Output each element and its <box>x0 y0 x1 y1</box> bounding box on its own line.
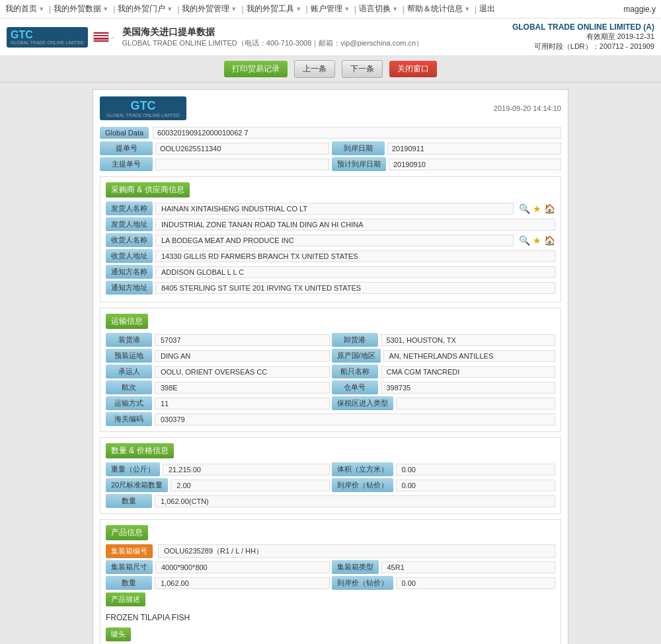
est-arrival-value: 20190910 <box>389 159 561 170</box>
next-button[interactable]: 下一条 <box>342 60 383 78</box>
carrier-value: OOLU, ORIENT OVERSEAS CC <box>155 366 330 378</box>
nav-sep6: ▾ <box>345 5 349 13</box>
origin-country-value: AN, NETHERLANDS ANTILLES <box>383 350 555 362</box>
toolbar-top: 打印贸易记录 上一条 下一条 关闭窗口 <box>0 56 661 83</box>
home-icon[interactable]: 🏠 <box>544 203 555 214</box>
weight-row: 重量（公斤） 21,215.00 <box>106 462 330 476</box>
voyage-label: 航次 <box>106 380 152 394</box>
nav-sep7: ▾ <box>393 5 397 13</box>
container-type-label: 集装箱类型 <box>332 560 379 574</box>
nav-account[interactable]: 账户管理 <box>311 3 342 15</box>
nav-sep: ▾ <box>40 5 44 13</box>
nav-sep8: ▾ <box>465 5 469 13</box>
containers-row: 20尺标准箱数量 2.00 <box>106 478 330 492</box>
nav-my-trade-data[interactable]: 我的外贸数据 <box>54 3 101 15</box>
shipper-icons: 🔍 ★ 🏠 <box>519 203 555 214</box>
product-price-value: 0.00 <box>396 577 556 589</box>
product-qty-value: 1,062.00 <box>155 577 330 589</box>
container-no-label: 集装箱编号 <box>106 544 153 558</box>
product-qty-row: 数量 1,062.00 <box>106 576 330 590</box>
container-size-row: 集装箱尺寸 4000*900*800 <box>106 560 330 574</box>
top-navigation: 我的首页 ▾ | 我的外贸数据 ▾ | 我的外贸门户 ▾ | 我的外贸管理 ▾ … <box>0 0 661 18</box>
bonded-label: 保税区进入类型 <box>332 396 393 410</box>
global-data-value: 600320190912000010062 7 <box>153 127 561 139</box>
shipper-name-row: 发货人名称 HAINAN XINTAISHENG INDUSTRIAL CO L… <box>106 201 555 215</box>
product-qty-label: 数量 <box>106 576 152 590</box>
carrier-row: 承运人 OOLU, ORIENT OVERSEAS CC <box>106 365 330 378</box>
header-middle: 美国海关进口提单数据 GLOBAL TRADE ONLINE LIMITED（电… <box>114 26 512 48</box>
notify-addr-row: 通知方地址 8405 STERLING ST SUITE 201 IRVING … <box>106 281 555 295</box>
consignee-star-icon[interactable]: ★ <box>533 235 541 246</box>
shipper-name-value: HAINAN XINTAISHENG INDUSTRIAL CO LT <box>155 203 514 215</box>
warehouse-value: 398735 <box>381 382 556 394</box>
notify-name-row: 通知方名称 ADDISON GLOBAL L L C <box>106 265 555 279</box>
shipper-addr-label: 发货人地址 <box>106 217 153 231</box>
product-desc-label: 产品描述 <box>106 592 145 606</box>
container-size-value: 4000*900*800 <box>155 561 330 573</box>
bill-row: 提单号 OOLU2625511340 到岸日期 20190911 <box>100 141 561 155</box>
consignee-name-value: LA BODEGA MEAT AND PRODUCE INC <box>155 234 514 246</box>
vessel-value: CMA CGM TANCREDI <box>381 366 556 378</box>
origin-country-label: 原产国/地区 <box>332 349 381 363</box>
warehouse-label: 仓单号 <box>332 380 378 394</box>
origin-port-row: 装货港 57037 <box>106 333 330 347</box>
close-button[interactable]: 关闭窗口 <box>389 61 437 77</box>
username: maggie.y <box>623 5 656 14</box>
product-section-label: 产品信息 <box>106 525 148 540</box>
nav-language[interactable]: 语言切换 <box>359 3 391 15</box>
containers-label: 20尺标准箱数量 <box>106 478 168 492</box>
containers-value: 2.00 <box>171 480 329 491</box>
nav-my-mgmt[interactable]: 我的外贸管理 <box>182 3 229 15</box>
consignee-home-icon[interactable]: 🏠 <box>544 235 555 246</box>
nav-logout[interactable]: 退出 <box>479 3 495 15</box>
vessel-label: 船只名称 <box>332 365 378 378</box>
marks-label: 唛头 <box>106 627 131 641</box>
nav-tools[interactable]: 我的外贸工具 <box>247 3 294 15</box>
us-flag <box>93 32 109 42</box>
shipper-addr-row: 发货人地址 INDUSTRIAL ZONE TANAN ROAD TALIN D… <box>106 217 555 231</box>
nav-my-portal[interactable]: 我的外贸门户 <box>118 3 165 15</box>
supplier-section: 采购商 & 供应商信息 发货人名称 HAINAN XINTAISHENG IND… <box>100 176 561 303</box>
qty-price-row: 到岸价（钻价） 0.00 <box>332 478 556 492</box>
nav-sep5: ▾ <box>297 5 301 13</box>
container-size-label: 集装箱尺寸 <box>106 560 153 574</box>
main-bill-row: 主提单号 预计到岸日期 20190910 <box>100 157 561 171</box>
page-title: 美国海关进口提单数据 <box>122 26 512 38</box>
product-desc-value: FROZEN TILAPIA FISH <box>106 610 555 625</box>
quantity-section-label: 数量 & 价格信息 <box>106 443 174 458</box>
consignee-name-row: 收货人名称 LA BODEGA MEAT AND PRODUCE INC 🔍 ★… <box>106 233 555 247</box>
volume-label: 体积（立方米） <box>332 462 393 476</box>
nav-home[interactable]: 我的首页 <box>5 3 37 15</box>
origin-port-label: 装货港 <box>106 333 152 347</box>
shipper-name-label: 发货人名称 <box>106 201 153 215</box>
container-no-value: OOLU6235289（R1 / L / HH） <box>158 544 555 558</box>
search-icon[interactable]: 🔍 <box>519 203 530 214</box>
dest-port-label: 卸货港 <box>332 333 378 347</box>
star-icon[interactable]: ★ <box>533 203 541 214</box>
voyage-value: 398E <box>155 382 330 394</box>
est-arrival-label: 预计到岸日期 <box>332 157 386 171</box>
consignee-search-icon[interactable]: 🔍 <box>519 235 530 246</box>
transport-section-label: 运输信息 <box>106 314 148 329</box>
nav-sep3: ▾ <box>168 5 172 13</box>
nav-help[interactable]: 帮助＆统计信息 <box>407 3 463 15</box>
doc-header: GTC GLOBAL TRADE ONLINE LIMITED 2019-09-… <box>100 96 561 120</box>
arrival-date-value: 20190911 <box>387 143 561 155</box>
bonded-value <box>396 398 556 410</box>
qty-label: 数量 <box>106 494 152 508</box>
dest-port-row: 卸货港 5301, HOUSTON, TX <box>332 333 556 347</box>
container-type-value: 45R1 <box>381 561 556 573</box>
bill-no-label: 提单号 <box>100 141 153 155</box>
weight-label: 重量（公斤） <box>106 462 160 476</box>
transport-mode-label: 运输方式 <box>106 396 152 410</box>
prev-button[interactable]: 上一条 <box>294 60 335 78</box>
bonded-row: 保税区进入类型 <box>332 396 556 410</box>
dest-port-value: 5301, HOUSTON, TX <box>381 334 556 346</box>
shipper-addr-value: INDUSTRIAL ZONE TANAN ROAD TALIN DING AN… <box>155 219 555 231</box>
print-button[interactable]: 打印贸易记录 <box>224 61 288 77</box>
consignee-icons: 🔍 ★ 🏠 <box>519 235 555 246</box>
main-bill-label: 主提单号 <box>100 157 153 171</box>
main-bill-value <box>155 159 329 170</box>
weight-value: 21,215.00 <box>163 464 330 476</box>
logo-area: GTC GLOBAL TRADE ONLINE LIMITED - <box>7 27 114 48</box>
